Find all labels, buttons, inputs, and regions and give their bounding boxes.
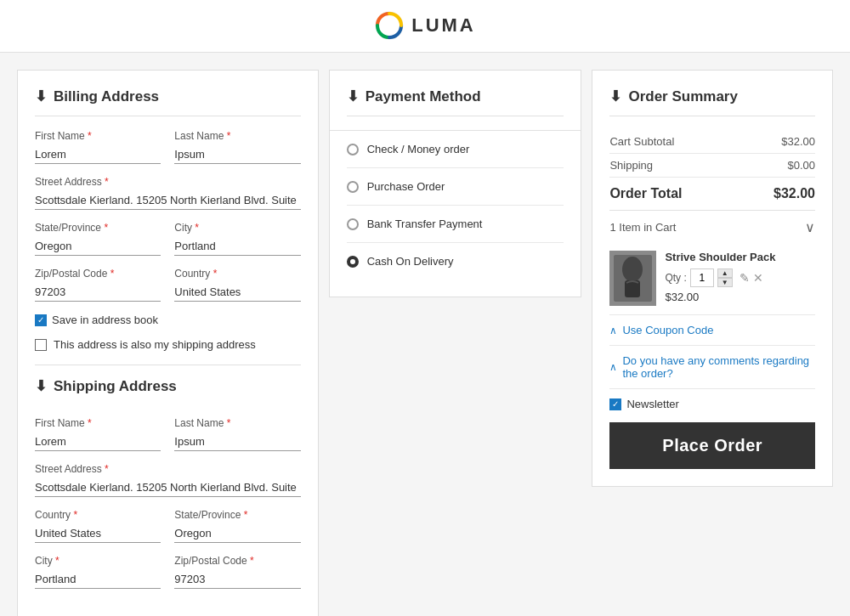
order-total-value: $32.00 (774, 186, 815, 201)
billing-state-group: State/Province * Oregon (35, 222, 161, 256)
payment-panel: ⬇ Payment Method Check / Money order Pur… (329, 70, 582, 297)
shipping-lastname-value[interactable]: Ipsum (174, 432, 300, 451)
billing-street-label: Street Address * (35, 176, 301, 188)
place-order-button[interactable]: Place Order (609, 422, 815, 469)
shipping-firstname-label: First Name * (35, 417, 161, 429)
shipping-same-checkbox[interactable] (35, 339, 47, 351)
item-name: Strive Shoulder Pack (665, 251, 815, 263)
items-in-cart-text: 1 Item in Cart (609, 221, 676, 234)
shipping-city-value[interactable]: Portland (35, 570, 161, 589)
order-summary-panel: ⬇ Order Summary Cart Subtotal $32.00 Shi… (592, 70, 833, 487)
billing-firstname-group: First Name * Lorem (35, 130, 161, 164)
billing-lastname-group: Last Name * Ipsum (174, 130, 300, 164)
shipping-cost-value: $0.00 (787, 159, 815, 172)
billing-city-value[interactable]: Portland (174, 237, 300, 256)
shipping-lastname-label: Last Name * (174, 417, 300, 429)
shipping-cost-label: Shipping (609, 159, 653, 172)
billing-firstname-label: First Name * (35, 130, 161, 142)
shipping-name-row: First Name * Lorem Last Name * Ipsum (35, 417, 301, 451)
billing-title: ⬇ Billing Address (35, 88, 301, 116)
main-content: ⬇ Billing Address First Name * Lorem Las… (0, 53, 850, 616)
item-details: Strive Shoulder Pack Qty : ▲ ▼ ✎ ✕ $32.0… (665, 251, 815, 306)
radio-cash-delivery[interactable] (347, 256, 359, 268)
payment-option-3[interactable]: Cash On Delivery (347, 243, 564, 280)
shipping-country-group: Country * United States (35, 509, 161, 543)
shipping-lastname-group: Last Name * Ipsum (174, 417, 300, 451)
chevron-up-icon: ∧ (609, 325, 617, 336)
newsletter-row: Newsletter (609, 389, 815, 419)
payment-label-0: Check / Money order (367, 143, 470, 155)
billing-street-value[interactable]: Scottsdale Kierland. 15205 North Kierlan… (35, 191, 301, 210)
coupon-code-row[interactable]: ∧ Use Coupon Code (609, 315, 815, 346)
shipping-street-value[interactable]: Scottsdale Kierland. 15205 North Kierlan… (35, 478, 301, 497)
qty-label: Qty : (665, 272, 686, 284)
shipping-zip-label: Zip/Postal Code * (174, 555, 300, 567)
shipping-city-zip-row: City * Portland Zip/Postal Code * 97203 (35, 555, 301, 589)
download-icon-order: ⬇ (609, 88, 621, 105)
luma-logo-icon (374, 10, 405, 41)
shipping-country-state-row: Country * United States State/Province *… (35, 509, 301, 543)
qty-decrement-btn[interactable]: ▼ (717, 278, 733, 287)
payment-option-1[interactable]: Purchase Order (347, 168, 564, 206)
newsletter-label: Newsletter (626, 398, 678, 410)
shipping-state-value[interactable]: Oregon (174, 524, 300, 543)
billing-panel: ⬇ Billing Address First Name * Lorem Las… (17, 70, 319, 616)
order-summary-title: ⬇ Order Summary (609, 88, 815, 116)
shipping-country-value[interactable]: United States (35, 524, 161, 543)
cart-items-header[interactable]: 1 Item in Cart ∨ (609, 210, 815, 242)
billing-zip-value[interactable]: 97203 (35, 283, 161, 302)
shipping-firstname-value[interactable]: Lorem (35, 432, 161, 451)
payment-title: ⬇ Payment Method (347, 88, 564, 116)
billing-state-value[interactable]: Oregon (35, 237, 161, 256)
chevron-up-icon-comments: ∧ (609, 361, 617, 373)
billing-street-group: Street Address * Scottsdale Kierland. 15… (35, 176, 301, 210)
payment-label-3: Cash On Delivery (367, 255, 454, 268)
shipping-section-header: ⬇ Shipping Address (35, 365, 301, 404)
save-address-checkbox[interactable] (35, 314, 47, 326)
qty-row: Qty : ▲ ▼ ✎ ✕ (665, 268, 815, 287)
billing-firstname-value[interactable]: Lorem (35, 145, 161, 164)
radio-bank-transfer[interactable] (347, 218, 359, 230)
save-address-row[interactable]: Save in address book (35, 314, 301, 326)
comments-label[interactable]: Do you have any comments regarding the o… (622, 354, 815, 380)
item-actions: ✎ ✕ (740, 271, 763, 285)
comments-row[interactable]: ∧ Do you have any comments regarding the… (609, 346, 815, 389)
payment-option-2[interactable]: Bank Transfer Payment (347, 206, 564, 243)
billing-zip-country-row: Zip/Postal Code * 97203 Country * United… (35, 268, 301, 302)
download-icon: ⬇ (35, 88, 47, 105)
item-thumbnail (609, 251, 656, 306)
billing-lastname-label: Last Name * (174, 130, 300, 142)
billing-zip-group: Zip/Postal Code * 97203 (35, 268, 161, 302)
billing-country-group: Country * United States (174, 268, 300, 302)
edit-item-icon[interactable]: ✎ (740, 271, 750, 285)
item-image (609, 251, 656, 306)
qty-input[interactable] (690, 268, 714, 287)
logo-text: LUMA (411, 14, 476, 37)
order-total-label: Order Total (609, 186, 682, 201)
shipping-same-toggle[interactable]: This address is also my shipping address (35, 338, 301, 351)
chevron-down-icon: ∨ (805, 219, 815, 235)
coupon-code-label[interactable]: Use Coupon Code (622, 324, 713, 336)
billing-city-group: City * Portland (174, 222, 300, 256)
logo: LUMA (374, 10, 476, 41)
radio-check-money[interactable] (347, 144, 359, 155)
shipping-same-label: This address is also my shipping address (54, 338, 256, 351)
radio-purchase-order[interactable] (347, 181, 359, 193)
shipping-city-label: City * (35, 555, 161, 567)
payment-label-1: Purchase Order (367, 180, 445, 193)
remove-item-icon[interactable]: ✕ (753, 271, 763, 285)
item-price: $32.00 (665, 291, 815, 303)
billing-state-label: State/Province * (35, 222, 161, 234)
cart-item: Strive Shoulder Pack Qty : ▲ ▼ ✎ ✕ $32.0… (609, 242, 815, 315)
shipping-zip-value[interactable]: 97203 (174, 570, 300, 589)
payment-option-0[interactable]: Check / Money order (347, 131, 564, 168)
billing-lastname-value[interactable]: Ipsum (174, 145, 300, 164)
shipping-firstname-group: First Name * Lorem (35, 417, 161, 451)
qty-increment-btn[interactable]: ▲ (717, 268, 733, 278)
shipping-state-group: State/Province * Oregon (174, 509, 300, 543)
shipping-street-row: Street Address * Scottsdale Kierland. 15… (35, 463, 301, 497)
billing-country-value[interactable]: United States (174, 283, 300, 302)
newsletter-checkbox[interactable] (609, 398, 621, 410)
billing-zip-label: Zip/Postal Code * (35, 268, 161, 280)
svg-point-3 (622, 257, 643, 282)
